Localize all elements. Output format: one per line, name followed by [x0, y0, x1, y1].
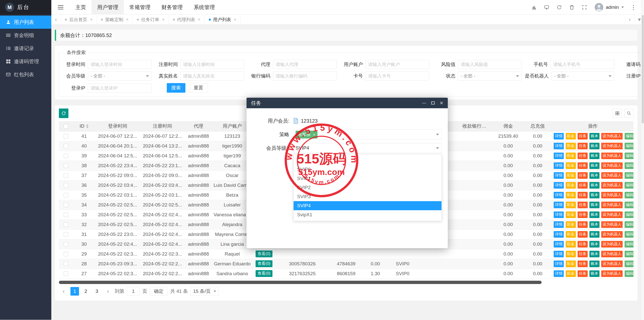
level-option[interactable] [294, 156, 441, 165]
level-option[interactable]: SVIP3 [294, 192, 441, 201]
sidebar-item-fund-detail[interactable]: 资金明细 [0, 29, 51, 42]
view-risk-button[interactable]: 查看(0) [256, 270, 273, 277]
level-select[interactable]: - 全部 - [88, 72, 152, 81]
ledger-button[interactable]: 账本 [589, 221, 599, 228]
tab-close-icon[interactable]: × [162, 17, 165, 22]
ledger-button[interactable]: 账本 [589, 133, 599, 139]
edit-button[interactable]: 编辑 [625, 251, 633, 257]
ledger-button[interactable]: 账本 [589, 202, 599, 208]
set-robot-button[interactable]: 设为机器人 [601, 162, 623, 169]
minimize-icon[interactable]: — [422, 101, 426, 105]
row-checkbox[interactable] [64, 134, 68, 138]
tab-close-icon[interactable]: × [198, 17, 200, 22]
topnav-item-home[interactable]: 主页 [70, 0, 92, 15]
set-robot-button[interactable]: 设为机器人 [601, 251, 623, 257]
bonus-button[interactable]: 彩金 [566, 231, 576, 238]
detail-button[interactable]: 详情 [554, 241, 564, 247]
ledger-button[interactable]: 账本 [589, 162, 599, 169]
ledger-button[interactable]: 账本 [589, 261, 599, 267]
per-page-select[interactable]: 15 条/页 [190, 287, 219, 296]
set-robot-button[interactable]: 设为机器人 [601, 261, 623, 267]
detail-button[interactable]: 详情 [554, 251, 564, 257]
set-robot-button[interactable]: 设为机器人 [601, 182, 623, 189]
detail-button[interactable]: 详情 [554, 143, 564, 149]
edit-button[interactable]: 编辑 [625, 241, 633, 247]
sidebar-item-user-list[interactable]: 用户列表 [0, 16, 51, 29]
refresh-icon[interactable] [556, 5, 562, 10]
level-option[interactable]: SVIP0 [294, 165, 441, 174]
reg-time-input[interactable] [180, 60, 244, 69]
level-option[interactable]: SVIP4 [294, 201, 441, 210]
login-time-input[interactable] [88, 60, 152, 69]
row-checkbox[interactable] [64, 252, 68, 256]
detail-button[interactable]: 详情 [554, 270, 564, 277]
robot-select[interactable]: - 全部 - [551, 72, 614, 81]
strategy-select[interactable]: 水军杀 × [293, 129, 442, 139]
ledger-button[interactable]: 账本 [589, 211, 599, 218]
ledger-button[interactable]: 账本 [589, 153, 599, 159]
bonus-button[interactable]: 彩金 [566, 133, 576, 139]
task-button[interactable]: 任务 [578, 143, 588, 149]
agent-input[interactable] [273, 60, 337, 69]
search-button[interactable]: 搜索 [167, 83, 185, 93]
sidebar-item-invite-record[interactable]: 邀请记录 [0, 42, 51, 55]
task-button[interactable]: 任务 [578, 231, 588, 238]
search-icon[interactable] [624, 109, 633, 118]
page-next[interactable]: › [104, 287, 112, 296]
ledger-button[interactable]: 账本 [589, 241, 599, 247]
bonus-button[interactable]: 彩金 [566, 211, 576, 218]
row-checkbox[interactable] [64, 271, 68, 276]
scrollbar-thumb[interactable] [59, 281, 542, 284]
set-robot-button[interactable]: 设为机器人 [601, 133, 623, 139]
ledger-button[interactable]: 账本 [589, 143, 599, 149]
sidebar-item-red-packet-list[interactable]: 红包列表 [0, 68, 51, 81]
set-robot-button[interactable]: 设为机器人 [601, 192, 623, 198]
bonus-button[interactable]: 彩金 [566, 270, 576, 277]
detail-button[interactable]: 详情 [554, 231, 564, 238]
set-robot-button[interactable]: 设为机器人 [601, 143, 623, 149]
bonus-button[interactable]: 彩金 [566, 241, 576, 247]
tab-home[interactable]: 后台首页 × [61, 15, 97, 24]
bonus-button[interactable]: 彩金 [566, 182, 576, 189]
task-button[interactable]: 任务 [578, 172, 588, 179]
set-robot-button[interactable]: 设为机器人 [601, 270, 623, 277]
header-id[interactable]: ID [73, 121, 95, 131]
edit-button[interactable]: 编辑 [625, 162, 633, 169]
ledger-button[interactable]: 账本 [589, 182, 599, 189]
detail-button[interactable]: 详情 [554, 192, 564, 198]
row-checkbox[interactable] [64, 163, 68, 168]
tab-strategy[interactable]: 策略定制 × [97, 15, 133, 24]
page-3[interactable]: 3 [93, 287, 101, 296]
tab-agent-list[interactable]: 代理列表 × [169, 15, 205, 24]
fullscreen-icon[interactable] [582, 5, 587, 10]
maximize-icon[interactable] [431, 101, 435, 104]
edit-button[interactable]: 编辑 [625, 270, 633, 277]
row-checkbox[interactable] [64, 144, 68, 148]
task-button[interactable]: 任务 [578, 133, 588, 139]
status-select[interactable]: - 全部 - [458, 72, 522, 81]
lockscreen-icon[interactable] [544, 5, 549, 10]
bank-code-input[interactable] [273, 72, 337, 81]
tab-task-orders[interactable]: 任务订单 × [133, 15, 169, 24]
phone-input[interactable] [550, 60, 614, 69]
page-1[interactable]: 1 [70, 287, 79, 296]
window-scrollbar[interactable] [641, 0, 644, 320]
bonus-button[interactable]: 彩金 [566, 192, 576, 198]
bonus-button[interactable]: 彩金 [566, 172, 576, 179]
level-option[interactable]: SvipX1 [294, 210, 441, 219]
select-all-checkbox[interactable] [64, 124, 68, 129]
edit-button[interactable]: 编辑 [625, 211, 633, 218]
tab-close-icon[interactable]: × [234, 17, 236, 22]
level-option[interactable]: SVIP1 [294, 174, 441, 183]
edit-button[interactable]: 编辑 [625, 143, 633, 149]
set-robot-button[interactable]: 设为机器人 [601, 202, 623, 208]
task-button[interactable]: 任务 [578, 211, 588, 218]
jump-page-input[interactable] [127, 287, 140, 296]
bonus-button[interactable]: 彩金 [566, 251, 576, 257]
task-button[interactable]: 任务 [578, 251, 588, 257]
modal-titlebar[interactable]: 任务 — × [247, 98, 448, 108]
set-robot-button[interactable]: 设为机器人 [601, 211, 623, 218]
edit-button[interactable]: 编辑 [625, 172, 633, 179]
clear-cache-icon[interactable] [569, 5, 575, 10]
row-checkbox[interactable] [64, 203, 68, 207]
